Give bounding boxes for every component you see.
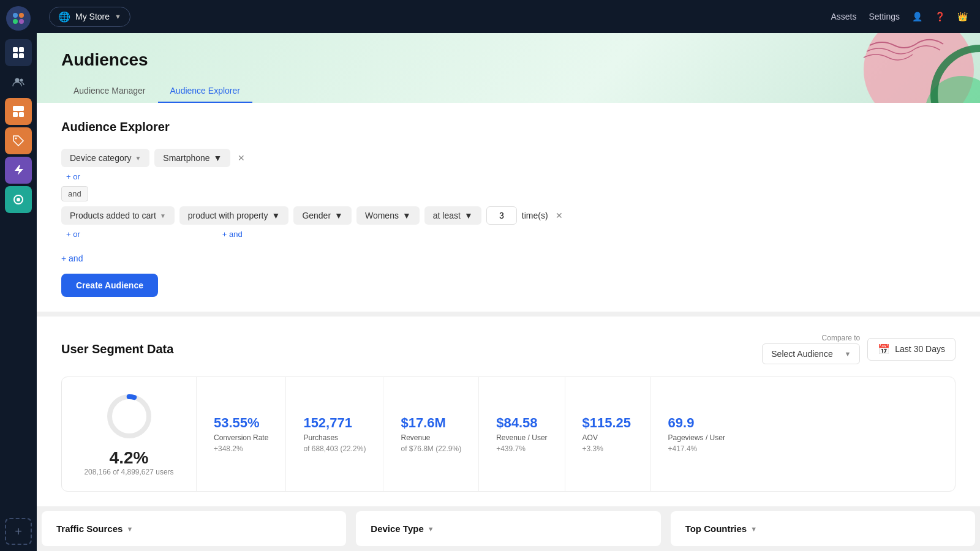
pageviews-label: Pageviews / User bbox=[668, 433, 725, 442]
date-range-label: Last 30 Days bbox=[895, 344, 945, 354]
sidebar: + bbox=[0, 0, 37, 551]
stat-pageviews: 69.9 Pageviews / User +417.4% bbox=[651, 377, 742, 491]
stats-card: 4.2% 208,166 of 4,899,627 users 53.55% C… bbox=[61, 377, 956, 492]
account-icon[interactable]: 👤 bbox=[912, 12, 922, 21]
help-icon[interactable]: ❓ bbox=[935, 12, 945, 21]
segment-users: 208,166 of 4,899,627 users bbox=[84, 468, 173, 476]
topbar: 🌐 My Store ▼ Assets Settings 👤 ❓ 👑 bbox=[37, 0, 980, 33]
device-category-filter[interactable]: Device category ▼ bbox=[61, 149, 149, 167]
donut-chart bbox=[105, 392, 154, 441]
chevron-down-icon: ▼ bbox=[115, 13, 121, 20]
chevron-down-icon: ▼ bbox=[844, 350, 851, 358]
globe-icon: 🌐 bbox=[58, 11, 70, 23]
crown-icon[interactable]: 👑 bbox=[957, 12, 968, 21]
and-label: and bbox=[61, 186, 88, 201]
revenue-value: $17.6M bbox=[401, 415, 461, 431]
purchases-change: of 688,403 (22.2%) bbox=[303, 444, 366, 453]
revenue-user-value: $84.58 bbox=[496, 415, 547, 431]
sidebar-item-lightning[interactable] bbox=[5, 157, 32, 184]
product-property-select[interactable]: product with property ▼ bbox=[179, 206, 289, 225]
stat-aov: $115.25 AOV +3.3% bbox=[565, 377, 651, 491]
aov-value: $115.25 bbox=[582, 415, 633, 431]
svg-rect-6 bbox=[13, 53, 18, 58]
store-selector[interactable]: 🌐 My Store ▼ bbox=[49, 7, 130, 27]
sidebar-add-button[interactable]: + bbox=[5, 518, 32, 545]
filter-row-and: and bbox=[61, 186, 956, 201]
product-property-label: product with property bbox=[188, 211, 268, 220]
select-audience-dropdown[interactable]: Select Audience ▼ bbox=[762, 343, 860, 364]
revenue-user-label: Revenue / User bbox=[496, 433, 547, 442]
top-countries-card: Top Countries ▼ bbox=[671, 511, 975, 546]
or-button-1[interactable]: + or bbox=[64, 172, 80, 181]
purchases-label: Purchases bbox=[303, 433, 366, 442]
remove-products-filter-button[interactable]: ✕ bbox=[553, 208, 565, 223]
aov-label: AOV bbox=[582, 433, 633, 442]
filter-row-or2: + or + and bbox=[61, 230, 956, 239]
revenue-label: Revenue bbox=[401, 433, 461, 442]
revenue-change: of $76.8M (22.9%) bbox=[401, 444, 461, 453]
segment-header: User Segment Data Compare to Select Audi… bbox=[61, 334, 956, 364]
stat-purchases: 152,771 Purchases of 688,403 (22.2%) bbox=[286, 377, 383, 491]
smartphone-select[interactable]: Smartphone ▼ bbox=[154, 149, 230, 167]
chevron-down-icon: ▼ bbox=[272, 211, 281, 220]
pageviews-change: +417.4% bbox=[668, 444, 725, 453]
chevron-down-icon: ▼ bbox=[750, 525, 757, 533]
chevron-down-icon: ▼ bbox=[135, 155, 141, 162]
and-button-inline[interactable]: + and bbox=[220, 230, 243, 239]
sidebar-item-grid[interactable] bbox=[5, 39, 32, 66]
count-input[interactable] bbox=[486, 206, 517, 225]
logo[interactable] bbox=[6, 6, 31, 31]
calendar-icon: 📅 bbox=[878, 343, 890, 355]
tab-audience-explorer[interactable]: Audience Explorer bbox=[158, 80, 252, 103]
svg-rect-7 bbox=[19, 53, 24, 58]
products-cart-label: Products added to cart bbox=[70, 211, 156, 220]
conversion-rate-value: 53.55% bbox=[214, 415, 268, 431]
filter-row-products: Products added to cart ▼ product with pr… bbox=[61, 206, 956, 225]
svg-point-2 bbox=[13, 19, 18, 24]
smartphone-value: Smartphone bbox=[163, 153, 209, 163]
remove-filter-button[interactable]: ✕ bbox=[235, 151, 247, 165]
sidebar-item-layout[interactable] bbox=[5, 98, 32, 125]
times-label: time(s) bbox=[522, 211, 548, 220]
plus-and-button[interactable]: + and bbox=[61, 249, 956, 264]
svg-point-19 bbox=[110, 397, 149, 436]
device-type-title: Device Type ▼ bbox=[371, 523, 646, 534]
date-range-button[interactable]: 📅 Last 30 Days bbox=[867, 338, 956, 361]
assets-link[interactable]: Assets bbox=[831, 12, 856, 21]
compare-label: Compare to bbox=[822, 334, 861, 342]
device-type-card: Device Type ▼ bbox=[356, 511, 660, 546]
womens-value: Womens bbox=[365, 211, 399, 220]
chevron-down-icon: ▼ bbox=[464, 211, 473, 220]
products-cart-filter[interactable]: Products added to cart ▼ bbox=[61, 206, 175, 225]
svg-point-9 bbox=[20, 79, 23, 82]
content-area: Audiences Audience Manager Audience Expl… bbox=[37, 33, 980, 551]
filter-area: Device category ▼ Smartphone ▼ ✕ + or an… bbox=[61, 149, 956, 239]
womens-select[interactable]: Womens ▼ bbox=[356, 206, 420, 225]
chevron-down-icon: ▼ bbox=[126, 525, 133, 533]
top-countries-title: Top Countries ▼ bbox=[685, 523, 960, 534]
chevron-down-icon: ▼ bbox=[160, 212, 166, 219]
section-divider bbox=[37, 312, 980, 317]
select-audience-placeholder: Select Audience bbox=[771, 349, 832, 359]
sidebar-item-tag[interactable] bbox=[5, 127, 32, 154]
tab-audience-manager[interactable]: Audience Manager bbox=[61, 80, 158, 103]
purchases-value: 152,771 bbox=[303, 415, 366, 431]
sidebar-item-audience[interactable] bbox=[5, 186, 32, 213]
filter-row-device: Device category ▼ Smartphone ▼ ✕ bbox=[61, 149, 956, 167]
svg-rect-12 bbox=[19, 112, 24, 117]
settings-link[interactable]: Settings bbox=[869, 12, 900, 21]
chevron-down-icon: ▼ bbox=[214, 153, 222, 163]
create-audience-button[interactable]: Create Audience bbox=[61, 274, 158, 297]
segment-controls: Compare to Select Audience ▼ 📅 Last 30 D… bbox=[762, 334, 956, 364]
gender-select[interactable]: Gender ▼ bbox=[293, 206, 352, 225]
sidebar-item-users[interactable] bbox=[5, 69, 32, 96]
conversion-rate-label: Conversion Rate bbox=[214, 433, 268, 442]
at-least-select[interactable]: at least ▼ bbox=[424, 206, 481, 225]
svg-point-15 bbox=[17, 198, 20, 201]
segment-section: User Segment Data Compare to Select Audi… bbox=[37, 317, 980, 506]
traffic-sources-title: Traffic Sources ▼ bbox=[56, 523, 331, 534]
chevron-down-icon: ▼ bbox=[402, 211, 411, 220]
or-button-2[interactable]: + or bbox=[64, 230, 80, 239]
audience-explorer-section: Audience Explorer Device category ▼ Smar… bbox=[37, 103, 980, 312]
conversion-rate-change: +348.2% bbox=[214, 444, 268, 453]
